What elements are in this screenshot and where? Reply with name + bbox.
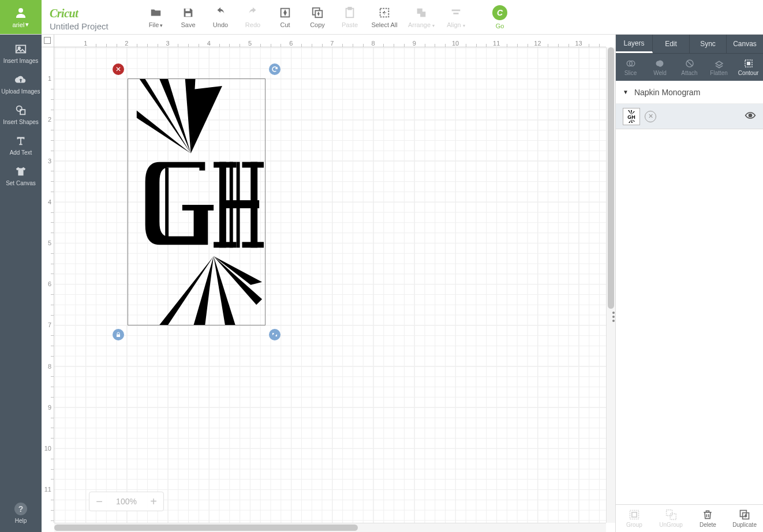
rotate-handle[interactable] [269, 63, 280, 75]
layer-visibility-toggle[interactable] [745, 111, 756, 122]
caret-down-icon: ▾ [463, 23, 465, 28]
ruler-origin[interactable] [42, 35, 54, 47]
svg-rect-45 [747, 62, 750, 65]
zoom-in-button[interactable]: + [147, 495, 160, 508]
svg-rect-14 [453, 13, 458, 14]
svg-marker-22 [191, 86, 222, 153]
duplicate-icon [739, 509, 750, 520]
svg-rect-36 [242, 162, 264, 168]
align-icon [450, 6, 462, 19]
svg-rect-13 [452, 9, 461, 11]
ruler-horizontal: 12345678910111213 [54, 35, 606, 47]
horizontal-scrollbar[interactable] [54, 523, 606, 532]
layer-group-name: Napkin Monogram [634, 88, 700, 97]
select-all-icon [378, 6, 391, 19]
image-icon [14, 43, 27, 55]
go-button[interactable]: C Go [484, 0, 516, 35]
arrange-button[interactable]: Arrange ▾ [403, 0, 440, 35]
contour-button[interactable]: Contour [734, 54, 763, 81]
flatten-button[interactable]: Flatten [704, 54, 734, 81]
select-all-button[interactable]: Select All [366, 0, 403, 35]
scrollbar-thumb[interactable] [608, 47, 614, 309]
svg-point-0 [18, 8, 23, 13]
cut-icon [279, 6, 291, 19]
cloud-upload-icon [14, 73, 27, 86]
paste-button[interactable]: Paste [334, 0, 366, 35]
svg-rect-34 [219, 200, 259, 208]
svg-rect-12 [420, 12, 425, 17]
design-canvas[interactable]: ✕ − 100% + [54, 47, 606, 523]
copy-icon [311, 6, 324, 19]
upload-images-button[interactable]: Upload Images [0, 69, 42, 99]
left-sidebar: Insert Images Upload Images Insert Shape… [0, 35, 42, 532]
slice-button[interactable]: Slice [616, 54, 645, 81]
brand-logo: Cricut [50, 7, 132, 20]
caret-down-icon: ▾ [25, 21, 29, 28]
layer-linetype-icon[interactable]: ✕ [645, 111, 656, 122]
tab-layers[interactable]: Layers [616, 35, 653, 53]
svg-rect-35 [214, 162, 237, 168]
scrollbar-thumb[interactable] [54, 524, 358, 531]
work-area: 12345678910111213 123456789101112 [42, 35, 615, 532]
lock-icon [115, 331, 122, 338]
caret-down-icon: ▾ [432, 23, 435, 28]
layer-row[interactable]: GH ✕ [616, 104, 763, 129]
tshirt-icon [14, 165, 27, 178]
slice-icon [626, 58, 636, 69]
tab-edit[interactable]: Edit [653, 35, 690, 53]
tab-sync[interactable]: Sync [690, 35, 727, 53]
copy-button[interactable]: Copy [301, 0, 334, 35]
svg-point-53 [749, 114, 752, 117]
user-menu[interactable]: ariel▾ [0, 0, 42, 34]
svg-point-17 [17, 106, 22, 111]
monogram-artwork[interactable] [128, 79, 265, 325]
ungroup-button[interactable]: UnGroup [653, 505, 690, 532]
undo-button[interactable]: Undo [204, 0, 237, 35]
attach-button[interactable]: Attach [675, 54, 704, 81]
paste-icon [343, 6, 356, 19]
resize-icon [271, 331, 278, 338]
zoom-out-button[interactable]: − [93, 495, 106, 508]
add-text-button[interactable]: Add Text [0, 130, 42, 160]
trash-icon [702, 509, 713, 520]
panel-bottom-tools: Group UnGroup Delete Duplicate [616, 504, 763, 532]
user-icon [14, 6, 28, 20]
delete-handle[interactable]: ✕ [113, 63, 124, 75]
scale-handle[interactable] [269, 329, 280, 340]
group-icon [629, 509, 640, 520]
text-icon [14, 134, 27, 147]
rotate-icon [271, 66, 278, 73]
align-button[interactable]: Align ▾ [440, 0, 472, 35]
save-button[interactable]: Save [172, 0, 204, 35]
right-panel: Layers Edit Sync Canvas Slice Weld Attac… [615, 35, 763, 532]
app-header: ariel▾ Cricut Untitled Project File▾ Sav… [0, 0, 763, 35]
selection-bounds[interactable]: ✕ [128, 78, 265, 325]
tab-canvas[interactable]: Canvas [727, 35, 763, 53]
duplicate-button[interactable]: Duplicate [726, 505, 763, 532]
panel-body [616, 129, 763, 504]
svg-text:GH: GH [627, 114, 635, 120]
layer-group-header[interactable]: ▼ Napkin Monogram [616, 81, 763, 104]
project-title[interactable]: Untitled Project [50, 21, 132, 31]
help-button[interactable]: ? Help [0, 498, 42, 529]
cut-button[interactable]: Cut [269, 0, 301, 35]
svg-rect-37 [214, 242, 237, 248]
set-canvas-button[interactable]: Set Canvas [0, 160, 42, 191]
svg-rect-54 [630, 511, 638, 519]
vertical-scrollbar[interactable] [606, 47, 615, 523]
shapes-icon [14, 104, 27, 117]
redo-button[interactable]: Redo [237, 0, 269, 35]
svg-rect-1 [185, 8, 189, 11]
lock-handle[interactable] [113, 329, 124, 340]
attach-icon [685, 58, 695, 69]
panel-resize-handle[interactable] [611, 305, 616, 328]
delete-button[interactable]: Delete [690, 505, 727, 532]
group-button[interactable]: Group [616, 505, 653, 532]
top-toolbar: File▾ Save Undo Redo Cut Copy Paste Sel [140, 0, 516, 34]
zoom-control: − 100% + [89, 492, 164, 511]
insert-images-button[interactable]: Insert Images [0, 38, 42, 69]
insert-shapes-button[interactable]: Insert Shapes [0, 99, 42, 130]
weld-button[interactable]: Weld [645, 54, 675, 81]
file-button[interactable]: File▾ [140, 0, 172, 35]
flatten-icon [714, 58, 724, 69]
